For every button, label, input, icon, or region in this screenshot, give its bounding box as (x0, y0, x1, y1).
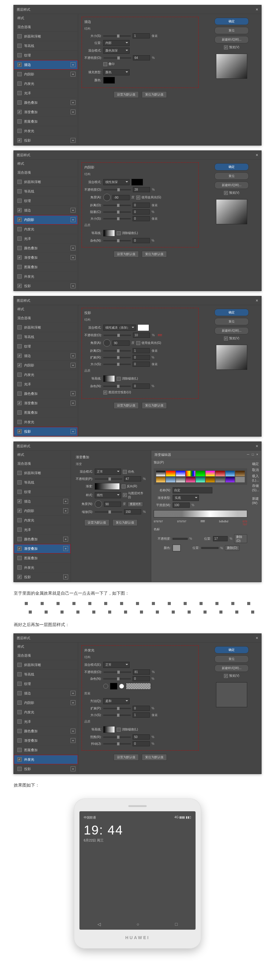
reset-default-button[interactable]: 复位为默认值 (142, 402, 167, 409)
fill-select[interactable]: 颜色 (103, 69, 130, 75)
opacity-input[interactable]: 10 (133, 332, 150, 338)
style-pattern-overlay[interactable]: 图案叠加 (14, 408, 78, 417)
style-color-overlay[interactable]: 颜色叠加+ (14, 243, 78, 253)
style-color-overlay[interactable]: 颜色叠加+ (14, 535, 70, 544)
style-blend[interactable]: 混合选项 (14, 22, 78, 32)
style-satin[interactable]: 光泽 (14, 717, 78, 727)
blend-select[interactable]: 线性加深 (103, 179, 130, 185)
style-texture[interactable]: 纹理 (14, 679, 78, 689)
size-slider[interactable] (103, 714, 131, 716)
style-bevel[interactable]: 斜面和浮雕 (14, 32, 78, 41)
stop-position-input[interactable] (201, 547, 219, 549)
noise-input[interactable]: 0 (133, 383, 150, 389)
technique-select[interactable]: 柔和 (103, 698, 130, 704)
color-radio[interactable] (103, 684, 108, 689)
gradient-picker[interactable] (95, 483, 120, 490)
set-default-button[interactable]: 设置为默认值 (114, 251, 139, 258)
opacity-slider[interactable] (104, 335, 131, 336)
distance-slider[interactable] (103, 350, 131, 352)
noise-slider[interactable] (103, 678, 131, 679)
ok-button[interactable]: 确定 (214, 646, 249, 654)
style-pattern-overlay[interactable]: 图案叠加 (14, 117, 78, 126)
range-slider[interactable] (103, 737, 131, 738)
style-contour[interactable]: 等高线 (14, 41, 78, 51)
color-swatch[interactable] (103, 77, 115, 84)
style-outer-glow[interactable]: ✓外发光 (14, 755, 78, 764)
style-blend[interactable]: 混合选项 (14, 168, 78, 177)
reset-default-button[interactable]: 复位为默认值 (142, 754, 167, 760)
position-select[interactable]: 内部 (103, 40, 130, 46)
style-outer-glow[interactable]: 外发光 (14, 563, 70, 573)
stop-color-swatch[interactable] (173, 545, 181, 551)
angle-input[interactable]: 90 (104, 501, 121, 507)
angle-dial[interactable] (95, 500, 102, 508)
opacity-slider[interactable] (104, 671, 131, 673)
set-default-button[interactable]: 设置为默认值 (114, 91, 139, 98)
style-pattern-overlay[interactable]: 图案叠加 (14, 745, 78, 755)
style-pattern-overlay[interactable]: 图案叠加 (14, 262, 78, 272)
plus-icon[interactable]: + (70, 138, 75, 143)
opacity-input[interactable]: 47 (124, 476, 141, 482)
reset-align-button[interactable]: 重置对齐 (128, 501, 143, 507)
reset-default-button[interactable]: 复位为默认值 (142, 91, 167, 98)
style-inner-glow[interactable]: 内发光 (14, 708, 78, 717)
noise-slider[interactable] (103, 240, 131, 241)
close-icon[interactable]: × (256, 298, 258, 303)
preview-checkbox[interactable]: ✓预览(V) (224, 191, 239, 195)
style-outer-glow[interactable]: 外发光 (14, 272, 78, 281)
distance-slider[interactable] (103, 205, 131, 206)
scale-input[interactable]: 150 (124, 509, 141, 514)
size-slider[interactable] (103, 35, 131, 37)
spread-input[interactable]: 0 (133, 706, 150, 711)
gradient-name-input[interactable]: 自定 (173, 487, 213, 493)
preview-checkbox[interactable]: ✓预览(V) (224, 45, 239, 49)
smooth-input[interactable]: 100 (173, 503, 190, 508)
size-slider[interactable] (103, 218, 131, 220)
style-satin[interactable]: 光泽 (14, 525, 70, 535)
style-contour[interactable]: 等高线 (14, 478, 70, 487)
style-grad-overlay[interactable]: ✓渐变叠加+ (14, 398, 78, 408)
stop-opacity-input[interactable] (173, 538, 188, 540)
jitter-slider[interactable] (103, 743, 131, 745)
glow-gradient-swatch[interactable] (126, 683, 151, 690)
style-bevel[interactable]: 斜面和浮雕 (14, 177, 78, 187)
new-style-button[interactable]: 新建样式(W)... (214, 665, 249, 672)
style-inner-glow[interactable]: 内发光 (14, 79, 78, 89)
contour-picker[interactable] (103, 230, 115, 237)
gradient-bar[interactable] (154, 510, 247, 517)
ok-button[interactable]: 确定 (252, 461, 259, 466)
style-drop-shadow[interactable]: 投影+ (14, 764, 78, 774)
spread-slider[interactable] (103, 357, 131, 358)
set-default-button[interactable]: 设置为默认值 (84, 519, 109, 526)
style-bevel[interactable]: 斜面和浮雕 (14, 468, 70, 478)
noise-input[interactable]: 0 (133, 238, 150, 243)
style-inner-shadow[interactable]: ✓内阴影+ (14, 506, 70, 515)
color-swatch[interactable] (131, 179, 143, 186)
style-contour[interactable]: 等高线 (14, 187, 78, 196)
style-outer-glow[interactable]: 外发光 (14, 126, 78, 136)
gradient-type-select[interactable]: 实底 (173, 495, 199, 501)
style-texture[interactable]: 纹理 (14, 342, 78, 351)
glow-color-swatch[interactable] (110, 683, 117, 690)
style-contour[interactable]: 等高线 (14, 332, 78, 342)
opacity-slider[interactable] (104, 57, 131, 59)
style-outer-glow[interactable]: 外发光 (14, 417, 78, 427)
ok-button[interactable]: 确定 (214, 18, 249, 25)
antialias-checkbox[interactable]: 消除锯齿(L) (117, 231, 138, 235)
blend-select[interactable]: 正常 (103, 662, 130, 668)
noise-slider[interactable] (103, 386, 131, 387)
style-grad-overlay[interactable]: 渐变叠加+ (14, 736, 78, 745)
style-inner-shadow[interactable]: ✓内阴影+ (14, 361, 78, 370)
style-stroke[interactable]: ✓描边+ (14, 206, 78, 215)
close-icon[interactable]: × (256, 153, 258, 158)
style-inner-shadow[interactable]: 内阴影+ (14, 70, 78, 79)
knockout-checkbox[interactable]: ✓图层挖空投影(U) (103, 390, 131, 395)
style-color-overlay[interactable]: 颜色叠加+ (14, 389, 78, 398)
new-style-button[interactable]: 新建样式(W)... (214, 181, 249, 189)
ok-button[interactable]: 确定 (214, 309, 249, 316)
style-drop-shadow[interactable]: ✓投影+ (14, 573, 70, 582)
style-select[interactable]: 线性 (95, 492, 121, 498)
close-icon[interactable]: × (256, 636, 258, 640)
new-button[interactable]: 新建(W) (252, 496, 259, 504)
style-color-overlay[interactable]: 颜色叠加+ (14, 727, 78, 736)
